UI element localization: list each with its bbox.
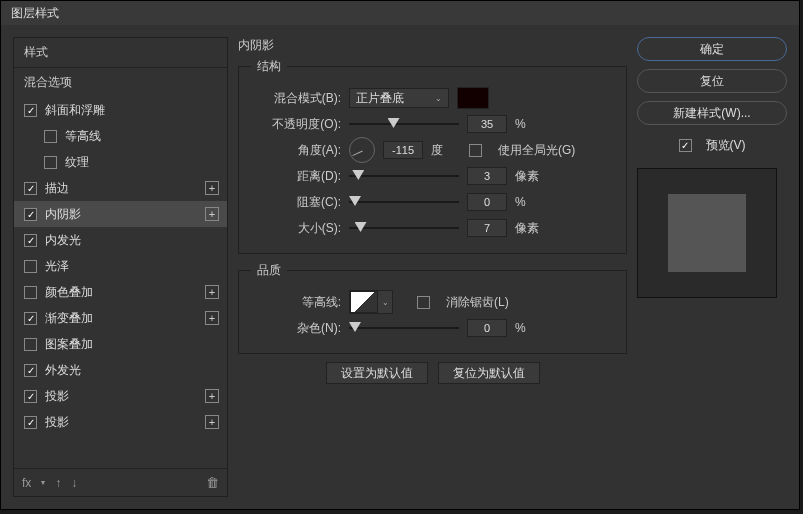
antialias-label: 消除锯齿(L) bbox=[446, 294, 509, 311]
sidebar-item[interactable]: 颜色叠加+ bbox=[14, 279, 227, 305]
add-effect-icon[interactable]: + bbox=[205, 415, 219, 429]
size-unit: 像素 bbox=[515, 220, 545, 237]
antialias-checkbox[interactable] bbox=[417, 296, 430, 309]
sidebar-footer: fx ▾ ↑ ↓ 🗑 bbox=[14, 468, 227, 496]
sidebar-item[interactable]: 外发光 bbox=[14, 357, 227, 383]
style-checkbox[interactable] bbox=[24, 260, 37, 273]
choke-value[interactable]: 0 bbox=[467, 193, 507, 211]
choke-unit: % bbox=[515, 195, 545, 209]
layer-style-dialog: 图层样式 样式 混合选项 斜面和浮雕等高线纹理描边+内阴影+内发光光泽颜色叠加+… bbox=[0, 0, 800, 510]
contour-thumb bbox=[350, 291, 378, 313]
add-effect-icon[interactable]: + bbox=[205, 311, 219, 325]
add-effect-icon[interactable]: + bbox=[205, 207, 219, 221]
noise-value[interactable]: 0 bbox=[467, 319, 507, 337]
global-light-checkbox[interactable] bbox=[469, 144, 482, 157]
add-effect-icon[interactable]: + bbox=[205, 181, 219, 195]
sidebar-item[interactable]: 图案叠加 bbox=[14, 331, 227, 357]
cancel-button[interactable]: 复位 bbox=[637, 69, 787, 93]
sidebar-item-label: 光泽 bbox=[45, 258, 69, 275]
sidebar-header: 样式 bbox=[14, 38, 227, 68]
structure-group: 结构 混合模式(B): 正片叠底 ⌄ 不透明度(O): 35 % 角度(A bbox=[238, 58, 627, 254]
style-checkbox[interactable] bbox=[44, 130, 57, 143]
new-style-button[interactable]: 新建样式(W)... bbox=[637, 101, 787, 125]
style-checkbox[interactable] bbox=[24, 182, 37, 195]
preview-checkbox[interactable] bbox=[679, 139, 692, 152]
style-checkbox[interactable] bbox=[24, 390, 37, 403]
sidebar-item-label: 外发光 bbox=[45, 362, 81, 379]
sidebar-item[interactable]: 投影+ bbox=[14, 383, 227, 409]
quality-legend: 品质 bbox=[251, 262, 287, 279]
blend-mode-value: 正片叠底 bbox=[356, 90, 404, 107]
styles-sidebar: 样式 混合选项 斜面和浮雕等高线纹理描边+内阴影+内发光光泽颜色叠加+渐变叠加+… bbox=[13, 37, 228, 497]
sidebar-item[interactable]: 投影+ bbox=[14, 409, 227, 435]
trash-icon[interactable]: 🗑 bbox=[206, 475, 219, 490]
move-down-icon[interactable]: ↓ bbox=[71, 476, 77, 490]
chevron-down-icon: ⌄ bbox=[435, 94, 442, 103]
contour-picker[interactable]: ⌄ bbox=[349, 290, 393, 314]
dialog-title: 图层样式 bbox=[11, 5, 59, 22]
fx-menu-arrow[interactable]: ▾ bbox=[41, 478, 45, 487]
choke-label: 阻塞(C): bbox=[251, 194, 341, 211]
angle-dial[interactable] bbox=[349, 137, 375, 163]
sidebar-item-label: 图案叠加 bbox=[45, 336, 93, 353]
reset-default-button[interactable]: 复位为默认值 bbox=[438, 362, 540, 384]
fx-menu[interactable]: fx bbox=[22, 476, 31, 490]
style-checkbox[interactable] bbox=[44, 156, 57, 169]
distance-slider[interactable] bbox=[349, 170, 459, 182]
sidebar-item[interactable]: 等高线 bbox=[14, 123, 227, 149]
opacity-value[interactable]: 35 bbox=[467, 115, 507, 133]
structure-legend: 结构 bbox=[251, 58, 287, 75]
size-value[interactable]: 7 bbox=[467, 219, 507, 237]
style-checkbox[interactable] bbox=[24, 338, 37, 351]
sidebar-item-label: 投影 bbox=[45, 414, 69, 431]
style-checkbox[interactable] bbox=[24, 312, 37, 325]
sidebar-item[interactable]: 光泽 bbox=[14, 253, 227, 279]
style-checkbox[interactable] bbox=[24, 104, 37, 117]
distance-label: 距离(D): bbox=[251, 168, 341, 185]
sidebar-item[interactable]: 描边+ bbox=[14, 175, 227, 201]
opacity-slider[interactable] bbox=[349, 118, 459, 130]
make-default-button[interactable]: 设置为默认值 bbox=[326, 362, 428, 384]
settings-panel: 内阴影 结构 混合模式(B): 正片叠底 ⌄ 不透明度(O): 35 % bbox=[238, 37, 627, 497]
style-checkbox[interactable] bbox=[24, 286, 37, 299]
add-effect-icon[interactable]: + bbox=[205, 389, 219, 403]
add-effect-icon[interactable]: + bbox=[205, 285, 219, 299]
titlebar: 图层样式 bbox=[1, 1, 799, 25]
style-checkbox[interactable] bbox=[24, 364, 37, 377]
contour-label: 等高线: bbox=[251, 294, 341, 311]
sidebar-item[interactable]: 内阴影+ bbox=[14, 201, 227, 227]
noise-label: 杂色(N): bbox=[251, 320, 341, 337]
style-checkbox[interactable] bbox=[24, 234, 37, 247]
noise-unit: % bbox=[515, 321, 545, 335]
choke-slider[interactable] bbox=[349, 196, 459, 208]
blend-mode-label: 混合模式(B): bbox=[251, 90, 341, 107]
opacity-label: 不透明度(O): bbox=[251, 116, 341, 133]
angle-label: 角度(A): bbox=[251, 142, 341, 159]
panel-title: 内阴影 bbox=[238, 37, 627, 54]
distance-value[interactable]: 3 bbox=[467, 167, 507, 185]
sidebar-item-label: 颜色叠加 bbox=[45, 284, 93, 301]
style-checkbox[interactable] bbox=[24, 416, 37, 429]
sidebar-item[interactable]: 纹理 bbox=[14, 149, 227, 175]
global-light-label: 使用全局光(G) bbox=[498, 142, 575, 159]
angle-value[interactable]: -115 bbox=[383, 141, 423, 159]
style-checkbox[interactable] bbox=[24, 208, 37, 221]
quality-group: 品质 等高线: ⌄ 消除锯齿(L) 杂色(N): 0 % bbox=[238, 262, 627, 354]
noise-slider[interactable] bbox=[349, 322, 459, 334]
size-slider[interactable] bbox=[349, 222, 459, 234]
sidebar-item[interactable]: 渐变叠加+ bbox=[14, 305, 227, 331]
sidebar-item-label: 内阴影 bbox=[45, 206, 81, 223]
sidebar-item-label: 描边 bbox=[45, 180, 69, 197]
sidebar-item[interactable]: 斜面和浮雕 bbox=[14, 97, 227, 123]
sidebar-item-label: 斜面和浮雕 bbox=[45, 102, 105, 119]
ok-button[interactable]: 确定 bbox=[637, 37, 787, 61]
sidebar-item-label: 投影 bbox=[45, 388, 69, 405]
shadow-color-swatch[interactable] bbox=[457, 87, 489, 109]
blend-mode-select[interactable]: 正片叠底 ⌄ bbox=[349, 88, 449, 108]
preview-label: 预览(V) bbox=[706, 137, 746, 154]
move-up-icon[interactable]: ↑ bbox=[55, 476, 61, 490]
sidebar-item-label: 等高线 bbox=[65, 128, 101, 145]
sidebar-item[interactable]: 内发光 bbox=[14, 227, 227, 253]
blend-options-header[interactable]: 混合选项 bbox=[14, 68, 227, 97]
sidebar-item-label: 纹理 bbox=[65, 154, 89, 171]
